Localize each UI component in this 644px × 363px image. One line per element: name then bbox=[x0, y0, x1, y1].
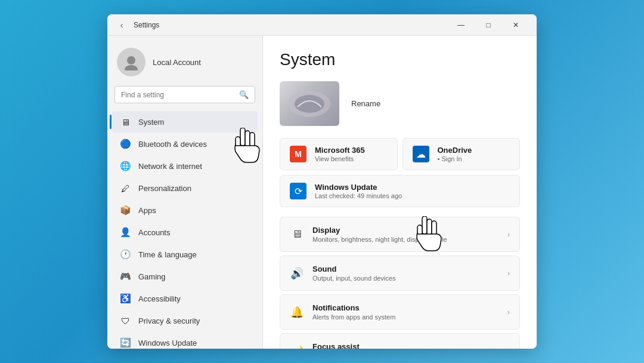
focus-title: Focus assist bbox=[312, 342, 499, 349]
rename-button[interactable]: Rename bbox=[351, 99, 380, 108]
gaming-icon: 🎮 bbox=[119, 270, 131, 282]
sidebar-item-accessibility[interactable]: ♿ Accessibility bbox=[112, 288, 258, 309]
sidebar-item-label: Windows Update bbox=[138, 339, 197, 347]
sidebar: Local Account 🔍 🖥 System 🔵 Bluetooth & d… bbox=[107, 36, 262, 349]
accounts-icon: 👤 bbox=[119, 226, 131, 238]
sound-icon: 🔊 bbox=[290, 266, 304, 281]
sidebar-item-label: Network & internet bbox=[138, 162, 202, 171]
winupdate-text: Windows Update Last checked: 49 minutes … bbox=[315, 183, 510, 199]
winupdate-icon: ⟳ bbox=[290, 183, 306, 199]
winupdate-title: Windows Update bbox=[315, 183, 510, 192]
window-title: Settings bbox=[134, 21, 442, 29]
sidebar-item-label: Gaming bbox=[138, 272, 166, 281]
update-icon: 🔄 bbox=[119, 337, 131, 349]
close-button[interactable]: ✕ bbox=[502, 16, 530, 35]
sidebar-item-label: Privacy & security bbox=[138, 316, 200, 325]
time-icon: 🕐 bbox=[119, 248, 131, 260]
sidebar-item-label: Bluetooth & devices bbox=[138, 140, 207, 149]
display-icon: 🖥 bbox=[290, 227, 304, 242]
content-area: Local Account 🔍 🖥 System 🔵 Bluetooth & d… bbox=[107, 36, 537, 349]
display-setting[interactable]: 🖥 Display Monitors, brightness, night li… bbox=[280, 217, 520, 252]
onedrive-text: OneDrive • Sign In bbox=[438, 146, 510, 162]
m365-subtitle: View benefits bbox=[315, 155, 388, 162]
bluetooth-icon: 🔵 bbox=[119, 138, 131, 150]
search-box[interactable]: 🔍 bbox=[114, 86, 255, 103]
sidebar-item-personalization[interactable]: 🖊 Personalization bbox=[112, 177, 258, 199]
privacy-icon: 🛡 bbox=[119, 315, 131, 327]
svg-point-3 bbox=[295, 95, 324, 113]
sidebar-item-accounts[interactable]: 👤 Accounts bbox=[112, 222, 258, 243]
m365-card[interactable]: M Microsoft 365 View benefits bbox=[280, 138, 398, 170]
svg-point-1 bbox=[125, 65, 138, 70]
avatar bbox=[117, 48, 145, 76]
watermark: G≡T bbox=[512, 333, 527, 340]
system-icon: 🖥 bbox=[119, 116, 131, 128]
sound-chevron: › bbox=[507, 269, 510, 278]
winupdate-card[interactable]: ⟳ Windows Update Last checked: 49 minute… bbox=[280, 175, 520, 207]
notifications-icon: 🔔 bbox=[290, 305, 304, 319]
sound-setting[interactable]: 🔊 Sound Output, input, sound devices › bbox=[280, 256, 520, 291]
sidebar-item-privacy[interactable]: 🛡 Privacy & security bbox=[112, 310, 258, 331]
sidebar-item-label: Time & language bbox=[138, 250, 197, 259]
user-section: Local Account bbox=[107, 36, 262, 86]
notifications-subtitle: Alerts from apps and system bbox=[312, 313, 499, 321]
sidebar-item-network[interactable]: 🌐 Network & internet bbox=[112, 155, 258, 177]
sound-subtitle: Output, input, sound devices bbox=[312, 275, 499, 282]
search-input[interactable] bbox=[121, 91, 234, 99]
sidebar-item-label: Personalization bbox=[138, 184, 191, 193]
accessibility-icon: ♿ bbox=[119, 293, 131, 304]
onedrive-icon: ☁ bbox=[413, 146, 429, 162]
maximize-button[interactable]: □ bbox=[475, 16, 502, 35]
onedrive-title: OneDrive bbox=[438, 146, 510, 155]
apps-icon: 📦 bbox=[119, 204, 131, 216]
notifications-setting[interactable]: 🔔 Notifications Alerts from apps and sys… bbox=[280, 294, 520, 330]
user-name: Local Account bbox=[153, 58, 201, 67]
sidebar-item-label: System bbox=[138, 118, 164, 127]
titlebar: ‹ Settings — □ ✕ bbox=[107, 14, 537, 36]
window-controls: — □ ✕ bbox=[447, 16, 530, 35]
sidebar-item-label: Accounts bbox=[138, 228, 170, 237]
nav-list: 🖥 System 🔵 Bluetooth & devices 🌐 Network… bbox=[107, 110, 262, 349]
focus-setting[interactable]: 🌙 Focus assist Notifications, automatic … bbox=[280, 333, 520, 349]
focus-icon: 🌙 bbox=[290, 344, 304, 349]
sidebar-item-system[interactable]: 🖥 System bbox=[112, 111, 258, 133]
minimize-button[interactable]: — bbox=[447, 16, 475, 35]
hero-image bbox=[280, 81, 339, 126]
main-content: System Rename bbox=[262, 36, 537, 349]
settings-window: ‹ Settings — □ ✕ Local Ac bbox=[107, 14, 537, 349]
sidebar-item-time[interactable]: 🕐 Time & language bbox=[112, 244, 258, 265]
sidebar-item-label: Apps bbox=[138, 206, 156, 215]
sidebar-item-label: Accessibility bbox=[138, 294, 181, 303]
personalization-icon: 🖊 bbox=[119, 182, 131, 194]
hero-section: Rename bbox=[280, 81, 520, 126]
back-button[interactable]: ‹ bbox=[114, 18, 129, 32]
notifications-chevron: › bbox=[507, 307, 510, 316]
notifications-title: Notifications bbox=[312, 303, 499, 312]
focus-chevron: › bbox=[507, 346, 510, 349]
m365-title: Microsoft 365 bbox=[315, 146, 388, 155]
display-subtitle: Monitors, brightness, night light, displ… bbox=[312, 236, 499, 243]
page-title: System bbox=[280, 50, 520, 69]
display-chevron: › bbox=[507, 230, 510, 239]
sidebar-item-apps[interactable]: 📦 Apps bbox=[112, 199, 258, 221]
settings-list: 🖥 Display Monitors, brightness, night li… bbox=[280, 217, 520, 349]
winupdate-subtitle: Last checked: 49 minutes ago bbox=[315, 192, 510, 199]
sidebar-item-gaming[interactable]: 🎮 Gaming bbox=[112, 266, 258, 287]
search-icon: 🔍 bbox=[239, 90, 249, 99]
display-title: Display bbox=[312, 226, 499, 235]
m365-text: Microsoft 365 View benefits bbox=[315, 146, 388, 162]
sound-title: Sound bbox=[312, 264, 499, 273]
svg-point-0 bbox=[127, 56, 135, 64]
sidebar-item-update[interactable]: 🔄 Windows Update bbox=[112, 332, 258, 349]
sidebar-item-bluetooth[interactable]: 🔵 Bluetooth & devices bbox=[112, 133, 258, 155]
info-cards: M Microsoft 365 View benefits ☁ OneDrive… bbox=[280, 138, 520, 207]
m365-icon: M bbox=[290, 146, 306, 162]
onedrive-subtitle: • Sign In bbox=[438, 155, 510, 162]
onedrive-card[interactable]: ☁ OneDrive • Sign In bbox=[402, 138, 521, 170]
network-icon: 🌐 bbox=[119, 160, 131, 172]
